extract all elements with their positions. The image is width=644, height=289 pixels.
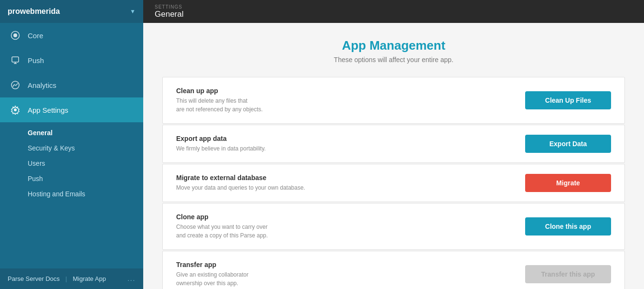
- card-desc-clean-up: This will delete any files that are not …: [176, 96, 263, 114]
- card-title-export: Export app data: [176, 135, 266, 142]
- svg-point-6: [14, 108, 17, 111]
- migrate-app-link[interactable]: Migrate App: [73, 275, 106, 282]
- sidebar-header: prowebmerida ▼: [0, 0, 143, 23]
- card-info-transfer: Transfer app Give an existing collaborat…: [176, 261, 248, 288]
- page-subtitle: These options will affect your entire ap…: [162, 56, 625, 64]
- card-desc-migrate: Move your data and queries to your own d…: [176, 183, 305, 192]
- subnav: General Security & Keys Users Push Hosti…: [0, 122, 143, 204]
- sidebar: prowebmerida ▼ Core Push: [0, 0, 143, 289]
- subnav-item-hosting-emails[interactable]: Hosting and Emails: [0, 186, 143, 202]
- card-migrate-db: Migrate to external database Move your d…: [162, 164, 625, 202]
- topbar: SETTINGS General: [143, 0, 644, 23]
- card-info-clean-up: Clean up app This will delete any files …: [176, 87, 263, 114]
- analytics-icon: [10, 79, 21, 91]
- clean-up-files-button[interactable]: Clean Up Files: [525, 91, 611, 109]
- card-title-clean-up: Clean up app: [176, 87, 263, 95]
- card-title-clone: Clone app: [176, 213, 268, 221]
- topbar-title: General: [155, 10, 183, 19]
- sidebar-item-push[interactable]: Push: [0, 48, 143, 73]
- card-info-export: Export app data We firmly believe in dat…: [176, 135, 266, 153]
- card-clean-up-app: Clean up app This will delete any files …: [162, 77, 625, 124]
- main-content: SETTINGS General App Management These op…: [143, 0, 644, 289]
- migrate-button[interactable]: Migrate: [525, 174, 611, 192]
- sidebar-item-core-label: Core: [28, 32, 43, 40]
- card-info-migrate: Migrate to external database Move your d…: [176, 174, 305, 192]
- card-transfer-app: Transfer app Give an existing collaborat…: [162, 251, 625, 289]
- sidebar-item-core[interactable]: Core: [0, 23, 143, 48]
- svg-point-0: [13, 33, 17, 37]
- more-options-icon[interactable]: ...: [127, 275, 136, 282]
- export-data-button[interactable]: Export Data: [525, 135, 611, 153]
- app-name: prowebmerida: [8, 7, 60, 16]
- transfer-app-button: Transfer this app: [525, 265, 611, 283]
- subnav-item-general[interactable]: General: [0, 125, 143, 140]
- clone-app-button[interactable]: Clone this app: [525, 217, 611, 235]
- app-dropdown-icon[interactable]: ▼: [130, 8, 136, 15]
- sidebar-item-push-label: Push: [28, 56, 44, 64]
- topbar-text: SETTINGS General: [155, 5, 183, 19]
- sidebar-item-analytics[interactable]: Analytics: [0, 73, 143, 97]
- subnav-item-security-keys[interactable]: Security & Keys: [0, 140, 143, 156]
- card-desc-export: We firmly believe in data portability.: [176, 144, 266, 153]
- subnav-item-push[interactable]: Push: [0, 171, 143, 186]
- sidebar-item-analytics-label: Analytics: [28, 81, 56, 89]
- sidebar-footer: Parse Server Docs | Migrate App ...: [0, 268, 143, 289]
- card-info-clone: Clone app Choose what you want to carry …: [176, 213, 268, 240]
- app-settings-gear-icon: [10, 104, 21, 116]
- sidebar-nav: Core Push Analytics: [0, 23, 143, 268]
- card-export-app-data: Export app data We firmly believe in dat…: [162, 125, 625, 163]
- sidebar-item-app-settings[interactable]: App Settings: [0, 97, 143, 122]
- card-desc-clone: Choose what you want to carry over and c…: [176, 223, 268, 240]
- content-area: App Management These options will affect…: [143, 23, 644, 289]
- parse-server-docs-link[interactable]: Parse Server Docs: [8, 275, 60, 282]
- page-title: App Management: [162, 38, 625, 53]
- push-icon: [10, 54, 21, 66]
- subnav-item-users[interactable]: Users: [0, 156, 143, 171]
- core-icon: [10, 30, 21, 41]
- card-title-transfer: Transfer app: [176, 261, 248, 268]
- sidebar-item-app-settings-label: App Settings: [28, 106, 68, 114]
- card-clone-app: Clone app Choose what you want to carry …: [162, 203, 625, 250]
- card-desc-transfer: Give an existing collaborator ownership …: [176, 270, 248, 288]
- topbar-settings-label: SETTINGS: [155, 5, 183, 10]
- card-title-migrate: Migrate to external database: [176, 174, 305, 182]
- svg-rect-2: [12, 57, 19, 62]
